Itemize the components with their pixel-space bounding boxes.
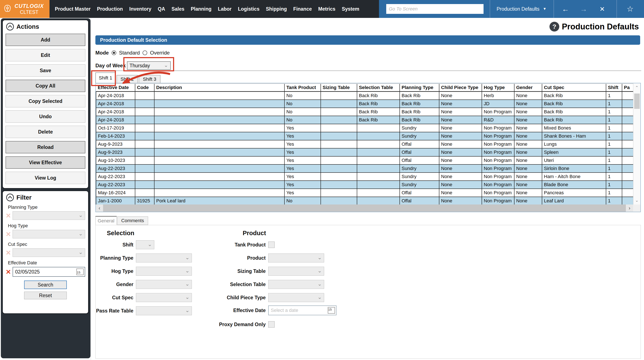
table-cell[interactable] xyxy=(154,124,284,132)
table-row[interactable]: Apr-24-2018NoBack RibBack RibNoneJDNoneB… xyxy=(96,100,633,108)
search-button[interactable]: Search xyxy=(24,281,67,289)
table-cell[interactable] xyxy=(135,148,154,156)
cut-spec-select[interactable]: ⌄ xyxy=(136,293,192,302)
selection-table-select[interactable]: ⌄ xyxy=(268,280,324,289)
table-cell[interactable]: Apr-24-2018 xyxy=(96,116,135,124)
table-cell[interactable] xyxy=(321,156,357,165)
table-cell[interactable]: Yes xyxy=(284,124,321,132)
table-cell[interactable]: Apr-24-2018 xyxy=(96,92,135,100)
table-cell[interactable] xyxy=(357,165,400,173)
table-cell[interactable] xyxy=(357,148,400,156)
table-cell[interactable]: Offal xyxy=(400,189,439,197)
table-cell[interactable]: Aug-22-2023 xyxy=(96,165,135,173)
table-row[interactable]: Apr-24-2018NoBack RibBack RibNoneR&DNone… xyxy=(96,116,633,124)
menu-item-planning[interactable]: Planning xyxy=(188,6,215,12)
screen-selector-dropdown[interactable]: Production Defaults ▼ xyxy=(490,0,553,18)
table-cell[interactable] xyxy=(622,181,633,189)
table-row[interactable]: Aug-22-2023YesSundryNoneNon ProgramNoneH… xyxy=(96,173,633,181)
table-cell[interactable]: JD xyxy=(482,100,514,108)
table-cell[interactable]: None xyxy=(439,124,482,132)
horizontal-scroll-thumb[interactable] xyxy=(103,204,626,212)
table-cell[interactable]: None xyxy=(439,197,482,205)
table-cell[interactable]: Non Program xyxy=(482,197,514,205)
tab-comments[interactable]: Comments xyxy=(117,216,148,225)
table-cell[interactable]: None xyxy=(439,132,482,140)
table-cell[interactable]: None xyxy=(439,140,482,148)
table-cell[interactable]: None xyxy=(514,189,542,197)
table-cell[interactable]: Yes xyxy=(284,140,321,148)
table-row[interactable]: Apr-24-2018NoBack RibBack RibNoneHerbNon… xyxy=(96,92,633,100)
table-cell[interactable]: Sundry xyxy=(400,132,439,140)
table-cell[interactable]: No xyxy=(284,116,321,124)
shift-select[interactable]: ⌄ xyxy=(136,240,154,249)
table-cell[interactable]: Uteri xyxy=(542,156,606,165)
override-radio[interactable] xyxy=(142,50,147,55)
calendar-icon[interactable]: 15 xyxy=(328,307,335,314)
forward-arrow-icon[interactable]: → xyxy=(577,0,590,18)
table-cell[interactable]: Shank Bones - Ham xyxy=(542,132,606,140)
column-header-child-piece-type[interactable]: Child Piece Type xyxy=(439,84,482,92)
table-cell[interactable]: Non Program xyxy=(482,173,514,181)
help-icon[interactable]: ? xyxy=(550,22,559,31)
table-cell[interactable]: Back Rib xyxy=(542,108,606,116)
scroll-up-icon[interactable]: ⌃ xyxy=(633,85,640,90)
table-cell[interactable] xyxy=(357,197,400,205)
table-cell[interactable]: None xyxy=(439,100,482,108)
table-cell[interactable] xyxy=(135,132,154,140)
table-cell[interactable]: Non Program xyxy=(482,148,514,156)
reset-button[interactable]: Reset xyxy=(24,292,67,299)
table-cell[interactable] xyxy=(622,132,633,140)
table-cell[interactable]: Pork Leaf lard xyxy=(154,197,284,205)
table-cell[interactable]: Non Program xyxy=(482,165,514,173)
table-cell[interactable] xyxy=(154,116,284,124)
table-cell[interactable] xyxy=(154,165,284,173)
scroll-down-icon[interactable]: ⌄ xyxy=(633,198,640,203)
table-cell[interactable] xyxy=(622,173,633,181)
table-cell[interactable]: No xyxy=(284,108,321,116)
table-cell[interactable] xyxy=(321,140,357,148)
table-cell[interactable]: Non Program xyxy=(482,132,514,140)
column-header-hog-type[interactable]: Hog Type xyxy=(482,84,514,92)
table-cell[interactable]: 1 xyxy=(606,140,622,148)
table-cell[interactable] xyxy=(321,124,357,132)
table-cell[interactable]: None xyxy=(514,108,542,116)
table-cell[interactable]: None xyxy=(514,132,542,140)
table-cell[interactable]: None xyxy=(439,148,482,156)
table-cell[interactable] xyxy=(622,100,633,108)
horizontal-scrollbar[interactable]: ‹ › xyxy=(96,204,633,212)
hog-type-select[interactable]: ⌄ xyxy=(136,267,192,276)
table-cell[interactable]: Offal xyxy=(400,148,439,156)
table-row[interactable]: Apr-24-2018NoBack RibBack RibNoneNon Pro… xyxy=(96,108,633,116)
table-cell[interactable] xyxy=(135,156,154,165)
table-cell[interactable] xyxy=(622,165,633,173)
table-cell[interactable] xyxy=(622,189,633,197)
view-log-button[interactable]: View Log xyxy=(6,172,85,184)
table-row[interactable]: Aug-22-2023YesSundryNoneNon ProgramNoneS… xyxy=(96,165,633,173)
table-cell[interactable]: 1 xyxy=(606,156,622,165)
table-cell[interactable]: No xyxy=(284,100,321,108)
table-cell[interactable] xyxy=(321,92,357,100)
table-cell[interactable]: Mixed Bones xyxy=(542,124,606,132)
table-cell[interactable] xyxy=(321,197,357,205)
table-cell[interactable]: None xyxy=(514,116,542,124)
planning-type-filter-select[interactable]: ⌄ xyxy=(12,211,85,220)
table-cell[interactable]: Pancreas xyxy=(542,189,606,197)
table-cell[interactable]: Non Program xyxy=(482,124,514,132)
menu-item-inventory[interactable]: Inventory xyxy=(126,6,155,12)
planning-type-select[interactable]: ⌄ xyxy=(136,253,192,262)
standard-radio-label[interactable]: Standard xyxy=(119,50,140,56)
table-cell[interactable]: Back Rib xyxy=(357,108,400,116)
scroll-left-icon[interactable]: ‹ xyxy=(96,204,103,212)
table-cell[interactable]: Yes xyxy=(284,148,321,156)
table-cell[interactable]: Non Program xyxy=(482,108,514,116)
table-cell[interactable]: Herb xyxy=(482,92,514,100)
table-cell[interactable]: Back Rib xyxy=(400,92,439,100)
table-cell[interactable] xyxy=(154,148,284,156)
standard-radio[interactable] xyxy=(112,50,116,55)
table-cell[interactable]: None xyxy=(439,92,482,100)
table-cell[interactable] xyxy=(321,189,357,197)
table-cell[interactable]: Back Rib xyxy=(400,100,439,108)
copy-selected-button[interactable]: Copy Selected xyxy=(6,95,85,107)
vertical-scroll-thumb[interactable] xyxy=(634,94,640,109)
table-row[interactable]: Jan-1-200031925Pork Leaf lardNoOffalNone… xyxy=(96,197,633,205)
